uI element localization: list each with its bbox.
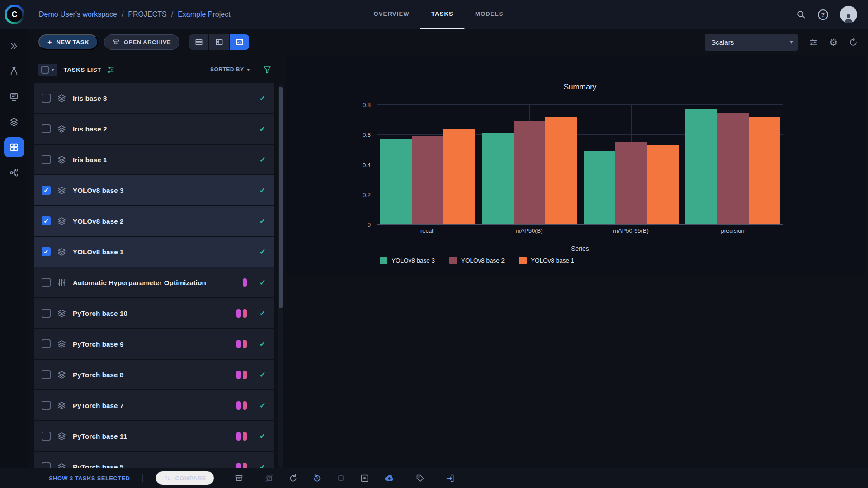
- move-to-icon: [446, 474, 455, 483]
- task-row[interactable]: Iris base 3 ✓: [34, 83, 274, 113]
- help-icon[interactable]: ?: [818, 9, 828, 20]
- breadcrumb-projects[interactable]: PROJECTS: [128, 10, 166, 19]
- auto-refresh-icon[interactable]: [849, 38, 858, 47]
- task-checkbox[interactable]: [42, 124, 51, 133]
- table-view-button[interactable]: [189, 34, 208, 50]
- task-row[interactable]: PyTorch base 7 ✓: [34, 390, 274, 420]
- legend-item[interactable]: YOLOv8 base 1: [519, 257, 574, 264]
- sidebar-item-projects[interactable]: [4, 61, 24, 81]
- task-status-icon: ✓: [259, 462, 266, 468]
- task-checkbox[interactable]: ✓: [42, 216, 51, 225]
- tag-pill: [243, 340, 247, 348]
- sidebar-item-applications[interactable]: [4, 137, 24, 157]
- clone-button[interactable]: [264, 474, 274, 483]
- tag-pill: [236, 340, 241, 348]
- optimizer-type-icon: [57, 278, 66, 287]
- task-row[interactable]: ✓ YOLOv8 base 3 ✓: [34, 175, 274, 205]
- task-name: Iris base 2: [73, 125, 107, 133]
- bar: [380, 139, 412, 224]
- tab-tasks[interactable]: TASKS: [420, 0, 464, 29]
- history-button[interactable]: [312, 474, 322, 483]
- legend-label: YOLOv8 base 3: [392, 257, 435, 264]
- clearml-logo[interactable]: C: [5, 5, 24, 24]
- task-checkbox[interactable]: [42, 432, 51, 441]
- filter-funnel-icon[interactable]: [263, 66, 271, 74]
- select-all-checkbox[interactable]: [41, 66, 49, 74]
- frame-button[interactable]: [360, 474, 369, 483]
- sorted-by-dropdown[interactable]: SORTED BY ▾: [210, 66, 250, 73]
- task-row[interactable]: ✓ YOLOv8 base 1 ✓: [34, 237, 274, 267]
- search-icon[interactable]: [797, 10, 806, 19]
- avatar[interactable]: [840, 6, 857, 23]
- tab-models[interactable]: MODELS: [464, 0, 514, 29]
- breadcrumb-project[interactable]: Example Project: [178, 10, 231, 19]
- new-task-label: NEW TASK: [56, 39, 89, 46]
- bar: [685, 109, 717, 224]
- task-row[interactable]: Iris base 2 ✓: [34, 114, 274, 144]
- show-selected-button[interactable]: SHOW 3 TASKS SELECTED: [49, 475, 130, 482]
- filter-settings-icon[interactable]: [107, 66, 115, 74]
- publish-button[interactable]: [384, 473, 395, 483]
- sidebar-item-models[interactable]: [4, 112, 24, 132]
- task-checkbox[interactable]: [42, 401, 51, 410]
- reset-button[interactable]: [288, 474, 298, 483]
- sidebar-item-datasets[interactable]: [4, 87, 24, 107]
- tag-pill: [243, 371, 247, 379]
- logo-letter: C: [7, 7, 22, 22]
- task-checkbox[interactable]: ✓: [42, 247, 51, 256]
- task-row[interactable]: ✓ YOLOv8 base 2 ✓: [34, 206, 274, 236]
- chevron-down-icon: ▾: [247, 67, 250, 73]
- move-to-project-button[interactable]: [446, 474, 455, 483]
- metric-select[interactable]: Scalars ▾: [705, 34, 798, 51]
- legend-label: YOLOv8 base 2: [461, 257, 505, 264]
- task-checkbox[interactable]: [42, 339, 51, 348]
- task-row[interactable]: Automatic Hyperparameter Optimization ✓: [34, 267, 274, 297]
- task-row[interactable]: PyTorch base 5 ✓: [34, 452, 274, 468]
- compare-icon: [164, 474, 171, 482]
- tasks-scrollbar[interactable]: [278, 84, 283, 468]
- bar-group-precision: [682, 105, 783, 224]
- breadcrumb-workspace[interactable]: Demo User's workspace: [39, 10, 117, 19]
- task-checkbox[interactable]: [42, 278, 51, 287]
- legend-item[interactable]: YOLOv8 base 2: [449, 257, 505, 264]
- tune-icon[interactable]: [809, 38, 818, 47]
- app-sidebar: [0, 29, 28, 468]
- sidebar-item-pipelines[interactable]: [4, 163, 24, 183]
- task-status-icon: ✓: [259, 124, 266, 134]
- chevron-down-icon: ▾: [52, 67, 54, 73]
- task-row[interactable]: PyTorch base 11 ✓: [34, 421, 274, 451]
- chart-view-button[interactable]: [230, 34, 249, 50]
- task-checkbox[interactable]: [42, 94, 51, 103]
- task-row[interactable]: PyTorch base 10 ✓: [34, 298, 274, 328]
- app-header: C Demo User's workspace / PROJECTS / Exa…: [0, 0, 868, 29]
- tags-button[interactable]: [415, 474, 425, 483]
- gear-icon[interactable]: ⚙: [829, 38, 838, 47]
- tab-overview[interactable]: OVERVIEW: [363, 0, 420, 29]
- task-row[interactable]: PyTorch base 9 ✓: [34, 329, 274, 359]
- task-tags: [236, 401, 247, 410]
- task-checkbox[interactable]: [42, 155, 51, 164]
- task-row[interactable]: PyTorch base 8 ✓: [34, 360, 274, 389]
- archive-button[interactable]: [234, 474, 244, 483]
- actions-toolbar: + NEW TASK OPEN ARCHIVE Sca: [28, 29, 868, 55]
- task-checkbox[interactable]: ✓: [42, 186, 51, 195]
- task-status-icon: ✓: [259, 216, 266, 226]
- split-view-button[interactable]: [209, 34, 229, 50]
- x-axis-labels: recallmAP50(B)mAP50-95(B)precision: [377, 227, 783, 234]
- task-checkbox[interactable]: [42, 370, 51, 379]
- new-task-button[interactable]: + NEW TASK: [38, 34, 98, 50]
- abort-button[interactable]: [336, 474, 345, 483]
- checkbox-check: ✓: [43, 187, 49, 193]
- open-archive-button[interactable]: OPEN ARCHIVE: [104, 34, 179, 50]
- compare-label: COMPARE: [175, 475, 206, 482]
- breadcrumb-separator: /: [171, 10, 173, 19]
- scrollbar-thumb[interactable]: [279, 87, 283, 308]
- sidebar-item-getting-started[interactable]: [4, 36, 24, 56]
- task-checkbox[interactable]: [42, 462, 51, 468]
- task-row[interactable]: Iris base 1 ✓: [34, 145, 274, 174]
- legend-item[interactable]: YOLOv8 base 3: [380, 257, 435, 264]
- task-status-icon: ✓: [259, 247, 266, 257]
- select-all-chip[interactable]: ▾: [38, 64, 57, 76]
- compare-button[interactable]: COMPARE: [156, 471, 214, 485]
- task-checkbox[interactable]: [42, 309, 51, 318]
